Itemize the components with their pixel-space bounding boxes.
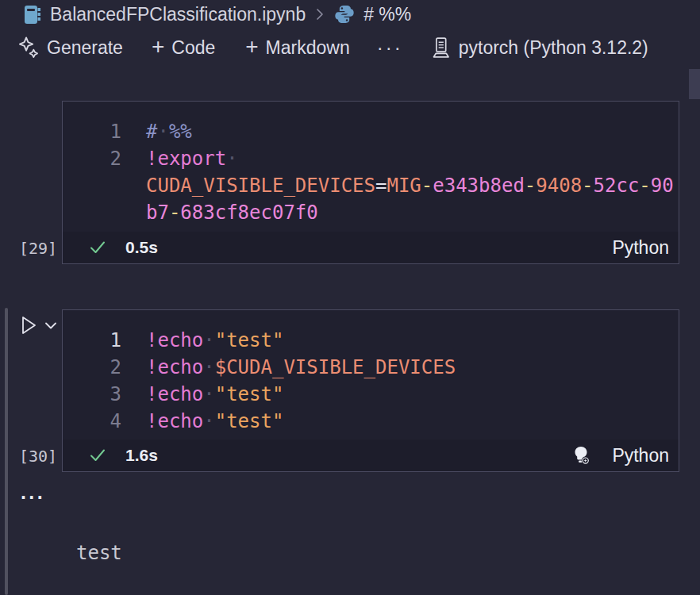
plus-icon: +: [245, 36, 258, 58]
scrollbar-thumb[interactable]: [689, 69, 700, 99]
line-number: 1: [63, 118, 121, 145]
notebook-toolbar: Generate + Code + Markdown ··· pytorch (…: [0, 29, 700, 67]
code-text: !echo·"test": [146, 381, 283, 408]
success-check-icon: [89, 448, 106, 463]
code-text: CUDA_VISIBLE_DEVICES=MIG-e343b8ed-9408-5…: [146, 172, 674, 199]
cell2-output: test test test: [76, 486, 122, 595]
code-line-wrapped[interactable]: CUDA_VISIBLE_DEVICES=MIG-e343b8ed-9408-5…: [63, 172, 679, 199]
cell1-exec-time: 0.5s: [125, 238, 158, 257]
run-cell-button[interactable]: [19, 314, 38, 336]
execution-count-cell2: [30]: [19, 447, 57, 466]
cell1-status-bar: 0.5s Python: [63, 232, 679, 263]
code-text: #·%%: [146, 118, 192, 145]
python-icon: [334, 4, 355, 25]
chevron-right-icon: [313, 6, 326, 22]
kernel-label: pytorch (Python 3.12.2): [459, 37, 648, 59]
code-text: !echo·"test": [146, 327, 283, 354]
code-line[interactable]: 2 !export·: [63, 145, 679, 172]
markdown-label: Markdown: [266, 37, 350, 59]
line-number-active: 1: [63, 327, 121, 354]
code-line[interactable]: 3 !echo·"test": [63, 381, 679, 408]
active-cell-indicator: [5, 308, 8, 595]
line-number: 2: [63, 354, 121, 381]
code-line[interactable]: 4 !echo·"test": [63, 408, 679, 435]
cell2-language-picker[interactable]: Python: [612, 445, 669, 466]
execution-count-cell1: [29]: [19, 239, 57, 258]
code-cell-2[interactable]: 1 !echo·"test" 2 !echo·$CUDA_VISIBLE_DEV…: [62, 309, 679, 472]
add-code-cell-button[interactable]: + Code: [152, 36, 215, 59]
cell2-status-bar: 1.6s Python: [63, 440, 679, 471]
line-number: [63, 199, 121, 226]
code-text: !export·: [146, 145, 238, 172]
kernel-picker-button[interactable]: pytorch (Python 3.12.2): [430, 36, 648, 60]
generate-button[interactable]: Generate: [17, 36, 123, 60]
code-text: !echo·$CUDA_VISIBLE_DEVICES: [146, 354, 456, 381]
more-actions-button[interactable]: ···: [374, 36, 406, 59]
code-cell-1[interactable]: 1 #·%% 2 !export· CUDA_VISIBLE_DEVICES=M…: [62, 101, 679, 264]
success-check-icon: [89, 240, 106, 255]
kernel-environment-icon: [430, 36, 452, 60]
line-number: 4: [63, 408, 121, 435]
add-markdown-cell-button[interactable]: + Markdown: [245, 36, 349, 59]
code-line[interactable]: 1 #·%%: [63, 118, 679, 145]
line-number: 2: [63, 145, 121, 172]
breadcrumb: BalancedFPClassification.ipynb # %%: [0, 0, 700, 29]
line-number: 3: [63, 381, 121, 408]
cell2-exec-time: 1.6s: [125, 446, 158, 465]
code-editor-cell1[interactable]: 1 #·%% 2 !export· CUDA_VISIBLE_DEVICES=M…: [63, 102, 679, 226]
code-label: Code: [171, 37, 215, 59]
lightbulb-suggestion-icon[interactable]: [571, 445, 591, 466]
plus-icon: +: [152, 36, 164, 58]
breadcrumb-file[interactable]: BalancedFPClassification.ipynb: [22, 4, 306, 25]
output-line: test: [76, 539, 122, 566]
code-text: b7-683cf8ec07f0: [146, 199, 318, 226]
code-line-wrapped[interactable]: b7-683cf8ec07f0: [63, 199, 679, 226]
generate-label: Generate: [47, 37, 123, 59]
breadcrumb-cell-label: # %%: [363, 4, 411, 25]
code-text: !echo·"test": [146, 408, 283, 435]
code-editor-cell2[interactable]: 1 !echo·"test" 2 !echo·$CUDA_VISIBLE_DEV…: [63, 310, 679, 435]
cell1-language-picker[interactable]: Python: [612, 237, 669, 259]
breadcrumb-file-name: BalancedFPClassification.ipynb: [50, 4, 306, 25]
code-line[interactable]: 2 !echo·$CUDA_VISIBLE_DEVICES: [63, 354, 679, 381]
run-options-chevron-icon[interactable]: [44, 321, 58, 332]
code-line[interactable]: 1 !echo·"test": [63, 327, 679, 354]
line-number: [63, 172, 121, 199]
breadcrumb-cell[interactable]: # %%: [334, 4, 411, 25]
sparkle-icon: [17, 36, 40, 60]
notebook-file-icon: [22, 4, 41, 25]
output-more-actions[interactable]: ···: [21, 486, 45, 509]
